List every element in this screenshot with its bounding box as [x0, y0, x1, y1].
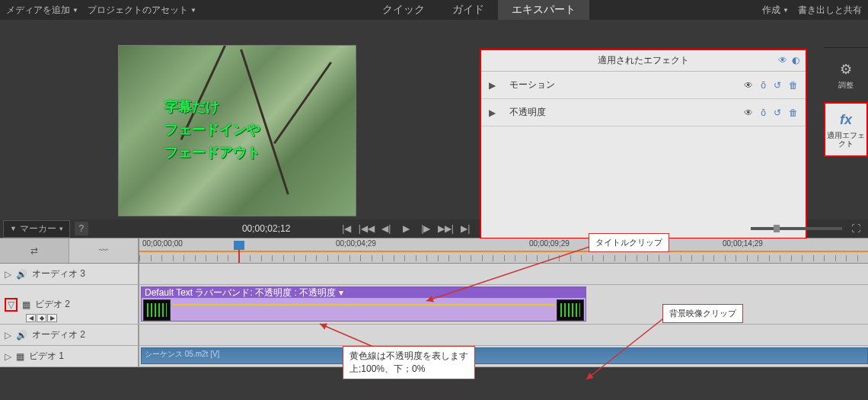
speaker-icon[interactable]: 🔊: [16, 269, 27, 280]
step-fwd-button[interactable]: |▶: [416, 221, 435, 236]
visibility-icon[interactable]: 👁: [744, 107, 753, 118]
prev-key-button[interactable]: ◀: [26, 314, 36, 322]
mode-expert[interactable]: エキスパート: [498, 0, 589, 20]
clip-thumb: [143, 299, 171, 321]
opacity-rubberband[interactable]: [172, 304, 555, 306]
zoom-slider[interactable]: [751, 227, 842, 230]
applied-effects-panel: 適用されたエフェクト 👁 ◐ ▶ モーション 👁 ŏ ↺ 🗑 ▶ 不透明度 👁 …: [480, 49, 807, 239]
clip-thumb: [557, 299, 584, 321]
next-key-button[interactable]: ▶: [47, 314, 57, 322]
audio3-track-body[interactable]: [139, 264, 868, 284]
playhead[interactable]: [234, 241, 244, 250]
caption-line-2: フェードインや: [164, 120, 260, 139]
annotation-bg-clip: 背景映像クリップ: [662, 304, 743, 323]
preview-monitor[interactable]: 字幕だけ フェードインや フェードアウト: [118, 45, 356, 216]
export-menu[interactable]: 書き出しと共有: [798, 4, 862, 17]
annotation-title-clip: タイトルクリップ: [589, 233, 669, 252]
applied-effects-tab[interactable]: fx 適用エフェクト: [824, 102, 868, 157]
effects-panel-title: 適用されたエフェクト: [598, 54, 689, 67]
mode-guide[interactable]: ガイド: [439, 0, 498, 20]
track-label: ビデオ 1: [29, 350, 64, 363]
fullscreen-button[interactable]: ⛶: [847, 221, 865, 236]
track-label: ビデオ 2: [35, 298, 70, 311]
project-assets-menu[interactable]: プロジェクトのアセット▼: [88, 4, 196, 17]
stopwatch-icon[interactable]: ŏ: [761, 107, 766, 118]
expand-opacity-icon[interactable]: ▶: [489, 107, 496, 118]
panel-stopwatch-icon[interactable]: ◐: [792, 55, 799, 66]
track-label: オーディオ 2: [32, 328, 85, 341]
help-button[interactable]: ?: [75, 222, 88, 235]
effect-opacity[interactable]: 不透明度: [509, 106, 546, 119]
audio2-track-body[interactable]: [139, 325, 868, 345]
track-label: オーディオ 3: [32, 267, 85, 280]
video1-track-body[interactable]: シーケンス 05.m2t [V]: [139, 346, 868, 366]
reset-icon[interactable]: ↺: [774, 80, 781, 91]
filmstrip-icon[interactable]: ▦: [22, 299, 30, 310]
visibility-icon[interactable]: 👁: [744, 80, 753, 91]
timecode-display[interactable]: 00;00;02;12: [242, 223, 290, 234]
timeline-display-mode-2[interactable]: 〰: [69, 238, 139, 263]
trash-icon[interactable]: 🗑: [789, 80, 798, 91]
video2-track-body[interactable]: Default Text ラバーバンド: 不透明度 : 不透明度 ▾: [139, 285, 868, 324]
add-media-menu[interactable]: メディアを追加▼: [6, 4, 78, 17]
track-expand-icon[interactable]: ▷: [5, 330, 11, 341]
time-ruler[interactable]: 00;00;00;00 00;00;04;29 00;00;09;29 00;0…: [139, 238, 868, 263]
create-menu[interactable]: 作成▼: [762, 4, 789, 17]
trash-icon[interactable]: 🗑: [789, 107, 798, 118]
sliders-icon: ⚙: [840, 61, 852, 78]
adjust-tab[interactable]: ⚙ 調整: [824, 47, 868, 102]
stopwatch-icon[interactable]: ŏ: [761, 80, 766, 91]
caption-line-1: 字幕だけ: [164, 98, 219, 116]
filmstrip-icon[interactable]: ▦: [16, 351, 24, 362]
step-back-button[interactable]: ◀|: [377, 221, 395, 236]
track-expand-icon[interactable]: ▷: [5, 269, 11, 280]
goto-end-button[interactable]: ▶|: [456, 221, 474, 236]
track-collapse-icon[interactable]: ▽: [5, 298, 18, 312]
goto-start-button[interactable]: |◀: [337, 221, 356, 236]
fx-icon: fx: [840, 112, 852, 128]
reset-icon[interactable]: ↺: [774, 107, 781, 118]
title-clip[interactable]: Default Text ラバーバンド: 不透明度 : 不透明度 ▾: [141, 286, 586, 322]
effect-motion[interactable]: モーション: [509, 78, 555, 91]
background-video-clip[interactable]: シーケンス 05.m2t [V]: [141, 347, 868, 364]
track-expand-icon[interactable]: ▷: [5, 351, 11, 362]
play-button[interactable]: ▶: [397, 221, 415, 236]
mode-quick[interactable]: クイック: [369, 0, 439, 20]
add-key-button[interactable]: ◆: [37, 314, 46, 322]
speaker-icon[interactable]: 🔊: [16, 330, 27, 341]
markers-dropdown[interactable]: ▼マーカー▾: [3, 220, 70, 238]
annotation-yellow-line: 黄色線は不透明度を表します 上;100%、下；0%: [343, 346, 475, 379]
caption-line-3: フェードアウト: [164, 143, 260, 162]
panel-eye-icon[interactable]: 👁: [778, 55, 787, 66]
timeline-display-mode-1[interactable]: ⇄: [0, 238, 69, 263]
prev-edit-button[interactable]: |◀◀: [357, 221, 375, 236]
expand-motion-icon[interactable]: ▶: [489, 80, 496, 91]
next-edit-button[interactable]: ▶▶|: [436, 221, 455, 236]
